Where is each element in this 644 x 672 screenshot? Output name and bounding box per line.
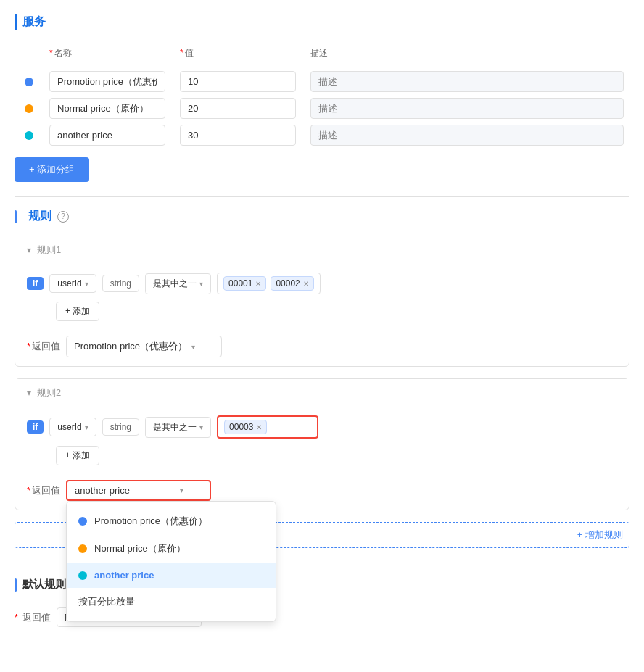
- chevron-down-icon-4: ▾: [199, 423, 203, 431]
- rule-1-if-badge: if: [27, 277, 44, 290]
- rule-card-1: ▾ 规则1 if userId ▾ string 是其中之一 ▾: [15, 236, 629, 367]
- add-group-button[interactable]: + 添加分组: [15, 157, 89, 182]
- rule-2-return-row: *返回值 another price ▾ Promotion price（优惠: [27, 473, 617, 501]
- default-rules-title: 默认规则: [22, 578, 66, 592]
- rules-accent-bar: [15, 210, 17, 223]
- rule-2-return-value: another price: [75, 485, 130, 496]
- rule-card-1-header: ▾ 规则1: [15, 236, 629, 264]
- rule-1-field-select[interactable]: userId ▾: [49, 274, 96, 293]
- rule-2-body: if userId ▾ string 是其中之一 ▾ 00003 ✕: [15, 407, 629, 510]
- rule-2-if-badge: if: [27, 420, 44, 434]
- rule-1-return-select[interactable]: Promotion price（优惠价） ▾: [66, 336, 222, 357]
- rule-1-tag-2-close[interactable]: ✕: [303, 280, 309, 288]
- desc-input-2[interactable]: [310, 98, 624, 119]
- default-return-label: * 返回值: [15, 611, 51, 624]
- rule-2-return-dropdown-container: another price ▾ Promotion price（优惠价）: [66, 480, 211, 501]
- dropdown-item-dot-3: [78, 571, 87, 580]
- dropdown-item-percent[interactable]: 按百分比放量: [67, 588, 276, 615]
- col-desc-header: 描述: [305, 44, 629, 65]
- rule-1-chevron[interactable]: ▾: [27, 245, 31, 255]
- rule-2-tag-1-close[interactable]: ✕: [256, 423, 262, 431]
- rule-1-return-chevron: ▾: [191, 343, 195, 351]
- rule-1-name: 规则1: [37, 244, 61, 257]
- rule-2-tags-area[interactable]: 00003 ✕: [217, 415, 318, 439]
- rule-1-add-row: + 添加: [27, 302, 617, 321]
- rule-1-tag-1-close[interactable]: ✕: [255, 280, 261, 288]
- rule-2-name: 规则2: [37, 386, 61, 399]
- rule-2-field-select[interactable]: userId ▾: [49, 418, 96, 436]
- service-section-title: 服务: [15, 14, 629, 30]
- rule-2-add-row: + 添加: [27, 446, 617, 465]
- default-accent-bar: [15, 578, 17, 592]
- rule-2-return-chevron: ▾: [180, 486, 183, 494]
- help-icon[interactable]: ?: [57, 211, 69, 223]
- value-input-3[interactable]: [180, 125, 296, 146]
- rule-2-return-label: *返回值: [27, 484, 60, 497]
- row-dot-3: [25, 131, 33, 140]
- value-input-2[interactable]: [180, 98, 296, 119]
- service-row-2: [15, 95, 629, 122]
- rule-2-add-condition-button[interactable]: + 添加: [56, 446, 99, 465]
- dropdown-item-normal[interactable]: Normal price（原价）: [67, 535, 276, 563]
- col-name-header: *名称: [44, 44, 174, 65]
- rule-1-return-value: Promotion price（优惠价）: [74, 340, 187, 353]
- rule-1-tag-2[interactable]: 00002 ✕: [271, 276, 313, 291]
- rule-2-return-select[interactable]: another price ▾: [66, 480, 211, 501]
- dropdown-item-dot-1: [78, 517, 87, 526]
- rule-1-tags-area[interactable]: 00001 ✕ 00002 ✕: [217, 273, 321, 294]
- name-input-3[interactable]: [49, 125, 165, 146]
- dropdown-item-dot-2: [78, 544, 87, 553]
- rule-1-op-select[interactable]: 是其中之一 ▾: [145, 273, 211, 294]
- dropdown-item-another[interactable]: another price: [67, 563, 276, 588]
- chevron-down-icon-2: ▾: [199, 280, 203, 288]
- rule-2-return-dropdown-menu: Promotion price（优惠价） Normal price（原价） an…: [66, 501, 276, 622]
- rule-card-2-header: ▾ 规则2: [15, 379, 629, 407]
- rule-card-2: ▾ 规则2 if userId ▾ string 是其中之一 ▾: [15, 378, 629, 510]
- row-dot-2: [25, 104, 33, 113]
- service-row-3: [15, 122, 629, 149]
- dropdown-item-promotion[interactable]: Promotion price（优惠价）: [67, 507, 276, 535]
- rule-2-op-select[interactable]: 是其中之一 ▾: [145, 417, 211, 438]
- col-dot-header: [15, 51, 44, 59]
- chevron-down-icon: ▾: [85, 280, 88, 288]
- chevron-down-icon-3: ▾: [85, 423, 88, 431]
- rule-1-add-condition-button[interactable]: + 添加: [56, 302, 99, 321]
- rule-1-return-row: *返回值 Promotion price（优惠价） ▾: [27, 328, 617, 357]
- rule-2-condition-row: if userId ▾ string 是其中之一 ▾ 00003 ✕: [27, 415, 617, 439]
- rule-2-type-badge: string: [102, 418, 139, 436]
- rule-1-body: if userId ▾ string 是其中之一 ▾ 00001 ✕: [15, 264, 629, 366]
- rule-1-return-label: *返回值: [27, 340, 60, 353]
- col-value-header: *值: [174, 44, 305, 65]
- rules-section-header: 规则 ?: [15, 209, 629, 224]
- rule-1-type-badge: string: [102, 275, 139, 292]
- service-row-1: [15, 68, 629, 95]
- rule-1-tag-1[interactable]: 00001 ✕: [223, 276, 266, 291]
- row-dot-1: [25, 78, 33, 86]
- name-input-1[interactable]: [49, 71, 165, 92]
- desc-input-1[interactable]: [310, 71, 624, 92]
- value-input-1[interactable]: [180, 71, 296, 92]
- rules-section-title: 规则: [22, 209, 51, 224]
- rule-1-condition-row: if userId ▾ string 是其中之一 ▾ 00001 ✕: [27, 273, 617, 294]
- desc-input-3[interactable]: [310, 125, 624, 146]
- name-input-2[interactable]: [49, 98, 165, 119]
- rule-2-chevron[interactable]: ▾: [27, 388, 31, 398]
- rule-2-tag-1[interactable]: 00003 ✕: [224, 420, 267, 434]
